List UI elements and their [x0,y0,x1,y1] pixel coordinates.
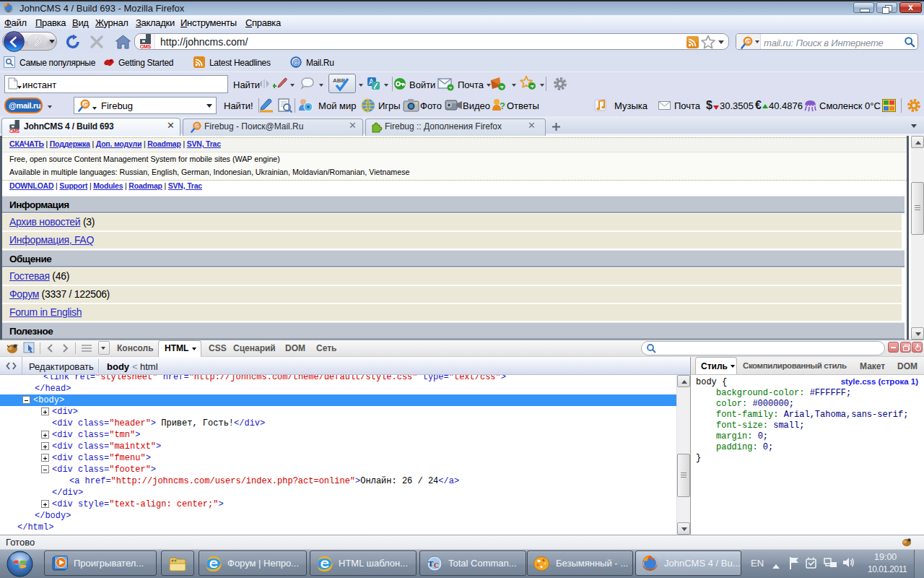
svg-text:@: @ [292,59,300,66]
svg-text:C: C [434,561,439,569]
svg-text:T: T [428,559,434,568]
svg-text:@: @ [746,38,752,46]
svg-text:CMS: CMS [9,129,19,133]
svg-text:@: @ [195,123,201,129]
svg-text:@: @ [83,101,90,108]
svg-text:CMS: CMS [140,43,151,48]
svg-text:?: ? [500,100,505,111]
